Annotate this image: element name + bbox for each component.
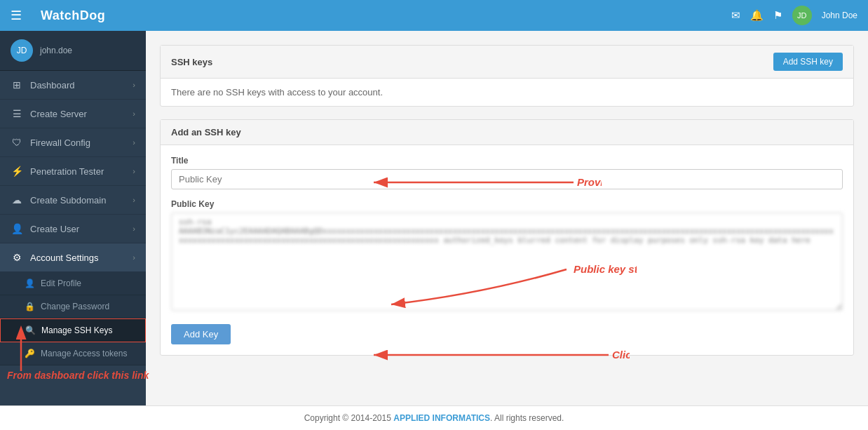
- firewall-icon: 🛡: [11, 137, 23, 148]
- sidebar-item-label: Penetration Tester: [30, 166, 104, 177]
- sidebar-toggle[interactable]: ☰: [11, 8, 22, 23]
- public-key-label: Public Key: [171, 199, 843, 209]
- sidebar-item-create-subdomain[interactable]: ☁ Create Subdomain ›: [0, 186, 146, 215]
- sidebar-item-create-server[interactable]: ☰ Create Server ›: [0, 100, 146, 128]
- chevron-icon: ›: [133, 109, 135, 118]
- subitem-label: Manage Access tokens: [41, 349, 127, 358]
- subitem-label: Edit Profile: [41, 278, 81, 288]
- subitem-label: Manage SSH Keys: [41, 325, 112, 335]
- change-password-icon: 🔒: [25, 302, 35, 311]
- chevron-icon: ›: [133, 224, 135, 233]
- sidebar-item-label: Create User: [30, 224, 79, 234]
- main-content: SSH keys Add SSH key There are no SSH ke…: [146, 31, 868, 405]
- mail-icon[interactable]: ✉: [731, 9, 740, 22]
- account-settings-submenu: 👤 Edit Profile 🔒 Change Password 🔍 Manag…: [0, 272, 146, 365]
- footer-company-link[interactable]: APPLIED INFORMATICS: [393, 413, 490, 423]
- footer: Copyright © 2014-2015 APPLIED INFORMATIC…: [0, 405, 868, 430]
- sidebar-item-label: Create Server: [30, 109, 87, 119]
- add-ssh-key-title: Add an SSH key: [171, 127, 241, 137]
- create-server-icon: ☰: [11, 108, 23, 119]
- title-input[interactable]: [171, 169, 843, 189]
- sidebar-user: JD john.doe: [0, 31, 146, 71]
- edit-profile-icon: 👤: [25, 278, 35, 288]
- ssh-keys-card-header: SSH keys Add SSH key: [161, 46, 853, 79]
- penetration-icon: ⚡: [11, 166, 23, 177]
- add-ssh-key-card-header: Add an SSH key: [161, 120, 853, 145]
- chevron-icon: ›: [133, 167, 135, 175]
- sidebar-subitem-edit-profile[interactable]: 👤 Edit Profile: [0, 272, 146, 295]
- sidebar-username: john.doe: [40, 46, 72, 55]
- navbar: ☰ WatchDog ✉ 🔔 ⚑ JD John Doe: [0, 0, 868, 31]
- title-form-group: Title: [171, 156, 843, 189]
- ssh-keys-card: SSH keys Add SSH key There are no SSH ke…: [160, 45, 854, 107]
- brand-logo: WatchDog: [41, 8, 105, 23]
- ssh-keys-card-body: There are no SSH keys with access to you…: [161, 79, 853, 106]
- sidebar-item-label: Firewall Config: [30, 137, 90, 148]
- access-tokens-icon: 🔑: [25, 349, 35, 358]
- flag-icon[interactable]: ⚑: [773, 9, 782, 22]
- footer-copyright: Copyright © 2014-2015: [304, 413, 394, 423]
- bell-icon[interactable]: 🔔: [750, 9, 764, 22]
- public-key-input[interactable]: ssh-rsa AAAAB3NzaC1yc2EAAAADAQABAAABgQDx…: [171, 213, 843, 311]
- sidebar-item-create-user[interactable]: 👤 Create User ›: [0, 215, 146, 243]
- ssh-keys-title: SSH keys: [171, 57, 212, 67]
- sidebar-item-label: Dashboard: [30, 80, 75, 90]
- sidebar-item-firewall-config[interactable]: 🛡 Firewall Config ›: [0, 128, 146, 157]
- public-key-form-group: Public Key ssh-rsa AAAAB3NzaC1yc2EAAAADA…: [171, 199, 843, 313]
- settings-icon: ⚙: [11, 252, 23, 263]
- sidebar: JD john.doe ⊞ Dashboard › ☰ Create Serve…: [0, 31, 146, 405]
- sidebar-nav: ⊞ Dashboard › ☰ Create Server › 🛡 Firewa…: [0, 71, 146, 405]
- sidebar-item-dashboard[interactable]: ⊞ Dashboard ›: [0, 71, 146, 100]
- subdomain-icon: ☁: [11, 194, 23, 206]
- ssh-keys-icon: 🔍: [25, 325, 36, 335]
- user-avatar: JD: [11, 39, 33, 62]
- sidebar-item-penetration-tester[interactable]: ⚡ Penetration Tester ›: [0, 157, 146, 186]
- user-icon: 👤: [11, 223, 23, 234]
- chevron-icon: ›: [133, 196, 135, 204]
- add-ssh-key-form: Title Public Key ssh-rsa AAAAB3NzaC1yc2E…: [161, 145, 853, 355]
- ssh-keys-empty-message: There are no SSH keys with access to you…: [171, 87, 843, 98]
- chevron-icon: ›: [133, 253, 135, 262]
- sidebar-subitem-change-password[interactable]: 🔒 Change Password: [0, 295, 146, 318]
- navbar-username: John Doe: [822, 11, 857, 20]
- subitem-label: Change Password: [41, 302, 109, 311]
- sidebar-subitem-manage-access-tokens[interactable]: 🔑 Manage Access tokens: [0, 342, 146, 365]
- add-ssh-key-button[interactable]: Add SSH key: [773, 53, 843, 71]
- sidebar-item-account-settings[interactable]: ⚙ Account Settings ›: [0, 243, 146, 272]
- add-ssh-key-card: Add an SSH key Title Public Key ssh-rsa …: [160, 119, 854, 356]
- chevron-icon: ›: [133, 81, 135, 89]
- title-label: Title: [171, 156, 843, 166]
- chevron-icon: ›: [133, 138, 135, 147]
- sidebar-item-label: Account Settings: [30, 253, 99, 263]
- dashboard-icon: ⊞: [11, 79, 23, 90]
- footer-rights: . All rights reserved.: [490, 413, 564, 423]
- sidebar-item-label: Create Subdomain: [30, 195, 106, 206]
- avatar: JD: [792, 6, 812, 25]
- add-key-button[interactable]: Add Key: [171, 324, 231, 344]
- sidebar-subitem-manage-ssh-keys[interactable]: 🔍 Manage SSH Keys: [0, 318, 146, 342]
